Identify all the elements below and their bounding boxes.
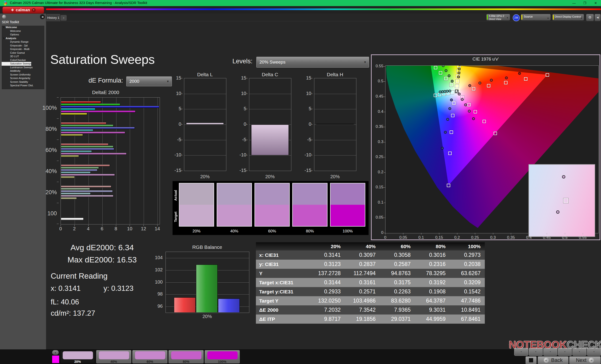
pattern-thumb-label: 100%	[205, 360, 240, 364]
table-cell: 0.2973	[450, 250, 485, 260]
display-control-button[interactable]: Direct Display Control ▼	[552, 14, 584, 21]
cie-target-marker	[473, 110, 477, 114]
sidebar-item-additivity[interactable]: Additivity	[2, 69, 44, 73]
table-row: Target Y132.0250103.498683.628064.378747…	[256, 296, 485, 305]
sidebar-item-3d-lut[interactable]: 3D LUT	[2, 55, 44, 58]
delta_c-y-tick-label: 5	[237, 106, 246, 111]
close-button[interactable]: ✕	[590, 0, 601, 6]
back-button[interactable]: « Back	[538, 356, 569, 364]
cie-x-tick-label: 0.55	[577, 235, 589, 240]
session-indicator-icon[interactable]	[2, 15, 6, 19]
de-formula-select[interactable]: 2000 ▼	[126, 77, 172, 86]
delta_c-y-tick-label: 10	[237, 91, 246, 96]
de-formula-value: 2000	[129, 79, 139, 84]
actual-target-swatch-panel: Actual Target 20%40%60%80%100%	[172, 181, 369, 235]
deltae-gridline	[130, 97, 130, 224]
inset-measurement-marker	[562, 175, 565, 179]
delta_l-gridline	[184, 109, 226, 109]
deltae-bar-blue	[61, 106, 159, 108]
window-titlebar: Calman 2025 Calman Ultimate for Business…	[0, 0, 601, 6]
delta_c-y-tick	[246, 171, 248, 171]
tree-item-label: Luminance Sweeps	[10, 66, 33, 69]
sidebar-item-screen-uniformity[interactable]: Screen Uniformity	[2, 73, 44, 77]
minimize-button[interactable]: —	[569, 0, 579, 6]
deltae-group-label: 100%	[33, 105, 57, 111]
sidebar-item-welcome[interactable]: Welcome	[2, 26, 44, 29]
sidebar-item-grayscale-2pt[interactable]: Grayscale - 2pt	[2, 44, 44, 48]
sidebar-item-welcome[interactable]: Welcome	[2, 29, 44, 33]
delta_h-y-tick-label: -10	[302, 152, 311, 158]
table-cell: 67.8461	[450, 315, 485, 324]
pattern-thumb-100%[interactable]: 100%	[205, 350, 240, 363]
sidebar-item-luminance-sweeps[interactable]: Luminance Sweeps	[2, 66, 44, 69]
cie-y-tick-label: 0.35	[373, 124, 383, 129]
deltae-bar-yellow	[61, 134, 83, 136]
cie-x-tick-label: 0.1	[415, 235, 427, 240]
add-tab-button[interactable]: +	[60, 15, 67, 21]
delta_h-y-tick	[311, 94, 313, 94]
sidebar-item-screen-stability[interactable]: Screen Stability	[2, 80, 44, 84]
sidebar-item-analysis[interactable]: Analysis	[2, 37, 44, 40]
sidebar-item-dynamic-range[interactable]: Dynamic Range	[2, 40, 44, 44]
delta_c-bar	[251, 125, 289, 155]
cie-target-marker	[524, 77, 528, 81]
deltae-y-tick	[57, 224, 59, 224]
pattern-thumb-20%[interactable]: 20%	[60, 350, 95, 363]
maximize-button[interactable]: ❐	[579, 0, 590, 6]
table-cell: 7.3542	[345, 305, 380, 315]
sidebar-item-screen-angularity[interactable]: Screen Angularity	[2, 77, 44, 80]
sidebar-item-spectral-power-dist-[interactable]: Spectral Power Dist.	[2, 84, 44, 87]
tree-expander-icon[interactable]	[3, 27, 4, 28]
rgb-y-tick-label: 96	[154, 304, 163, 309]
cie-target-marker	[546, 73, 549, 77]
source-select-button[interactable]: Source ▼	[521, 14, 551, 21]
stop-button[interactable]	[525, 356, 537, 364]
cie-x-tick	[403, 233, 403, 235]
sidebar-item-saturation-sweeps[interactable]: Saturation Sweeps	[2, 62, 31, 66]
pattern-thumb-swatch	[207, 351, 238, 359]
collapse-toolbar-button[interactable]: ◀	[594, 14, 601, 21]
table-row-label: y: CIE31	[256, 260, 310, 269]
table-cell: 137.2728	[310, 269, 345, 278]
sidebar-collapse-button[interactable]: ◀	[40, 14, 45, 19]
table-cell: 132.0250	[310, 296, 345, 305]
delta_c-y-tick	[246, 124, 248, 125]
cie-measurement-marker	[458, 67, 461, 70]
pattern-thumb-80%[interactable]: 80%	[169, 350, 203, 363]
tree-expander-icon[interactable]	[3, 38, 4, 39]
table-header-cell: 20%	[310, 242, 345, 250]
delta_c-gridline	[249, 94, 291, 94]
tab-history-1[interactable]: History 1	[47, 14, 60, 21]
tree-item-label: Color Gamut	[10, 51, 25, 54]
delta_c-y-tick-label: 0	[237, 122, 246, 127]
delta_h-y-tick	[311, 155, 313, 155]
meter-select-button[interactable]: X-Rite i1Pro 2 Direct View ▼	[486, 14, 510, 21]
meter-count-badge[interactable]: 236	[513, 14, 520, 21]
table-cell: 19.1856	[345, 315, 380, 324]
delta_h-gridline	[314, 140, 356, 140]
rgb-gridline	[166, 258, 249, 258]
sidebar-item-options[interactable]: Options	[2, 33, 44, 37]
cie-y-tick	[384, 112, 385, 112]
pattern-thumb-60%[interactable]: 60%	[132, 350, 167, 363]
delta_h-y-tick-label: 15	[302, 75, 311, 81]
delta_l-y-tick-label: -5	[172, 137, 181, 142]
sidebar-item-colorchecker[interactable]: ColorChecker	[2, 58, 44, 62]
settings-gear-button[interactable]: ⚙	[586, 14, 594, 21]
pattern-expand-button[interactable]: ▲	[52, 350, 59, 355]
pattern-thumb-40%[interactable]: 40%	[96, 350, 131, 363]
table-cell: 0.3141	[310, 250, 345, 260]
levels-select[interactable]: 20% Sweeps ▼	[256, 57, 369, 67]
sidebar-item-grayscale-multi[interactable]: Grayscale - Multi	[2, 47, 44, 51]
sidebar-item-color-gamut[interactable]: Color Gamut	[2, 51, 44, 55]
deltae-x-tick	[88, 225, 89, 226]
swatch-label: 100%	[330, 229, 365, 234]
next-button[interactable]: Next »	[569, 356, 601, 364]
table-cell: 103.4986	[345, 296, 380, 305]
table-row: ΔE 20007.20327.35427.93659.303110.8491	[256, 305, 485, 315]
tree-item-label: Welcome	[6, 26, 17, 29]
delta_l-gridline	[184, 125, 226, 125]
deltae-y-tick	[57, 161, 59, 161]
tree-item-label: Saturation Sweeps	[10, 62, 32, 65]
calman-menu-button[interactable]: ❖ calman ▼	[2, 7, 44, 14]
